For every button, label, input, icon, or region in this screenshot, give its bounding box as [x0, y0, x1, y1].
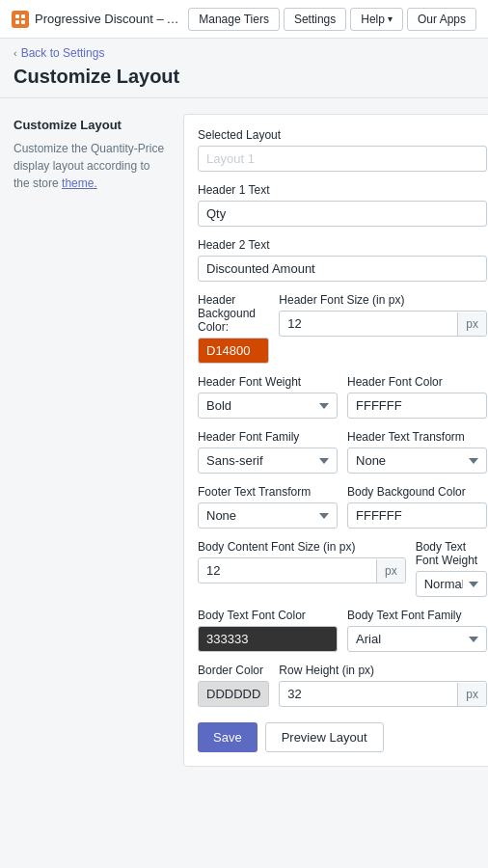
- main-layout: Customize Layout Customize the Quantity-…: [0, 114, 488, 767]
- svg-rect-3: [21, 20, 25, 24]
- header-font-weight-col: Header Font Weight Bold Normal Light: [198, 375, 338, 419]
- app-title: Progressive Discount – A Tiered Discount…: [35, 12, 182, 26]
- border-color-input[interactable]: DDDDDD: [198, 681, 269, 707]
- header-font-size-label: Header Font Size (in px): [279, 293, 487, 307]
- svg-rect-0: [15, 14, 19, 18]
- svg-rect-1: [21, 14, 25, 18]
- preview-layout-button[interactable]: Preview Layout: [265, 722, 384, 752]
- row-height-wrap: px: [279, 681, 487, 707]
- row-height-label: Row Height (in px): [279, 664, 487, 677]
- border-color-col: Border Color DDDDDD: [198, 664, 269, 707]
- body-fontcolor-fontfamily-row: Body Text Font Color 333333 Body Text Fo…: [198, 609, 487, 652]
- header-font-color-label: Header Font Color: [347, 375, 487, 389]
- help-button[interactable]: Help ▾: [350, 8, 403, 31]
- body-text-color-col: Body Text Font Color 333333: [198, 609, 338, 652]
- header1-input[interactable]: [198, 201, 487, 227]
- header-font-family-label: Header Font Family: [198, 430, 338, 444]
- sidebar: Customize Layout Customize the Quantity-…: [14, 114, 168, 767]
- header-font-size-col: Header Font Size (in px) px: [279, 293, 487, 364]
- header2-label: Header 2 Text: [198, 238, 487, 252]
- header-bg-color-col: Header Backgound Color: D14800: [198, 293, 269, 364]
- header2-group: Header 2 Text: [198, 238, 487, 282]
- header-font-family-select[interactable]: Sans-serif Arial Georgia: [198, 448, 338, 474]
- header-text-transform-label: Header Text Transform: [347, 430, 487, 444]
- selected-layout-group: Selected Layout: [198, 128, 487, 172]
- breadcrumb-arrow: ‹: [14, 47, 17, 59]
- row-height-unit: px: [457, 683, 486, 706]
- body-text-family-label: Body Text Font Family: [347, 609, 487, 622]
- row-height-col: Row Height (in px) px: [279, 664, 487, 707]
- footer-text-transform-select[interactable]: None Uppercase Lowercase: [198, 502, 338, 529]
- header-fontfamily-texttransform-row: Header Font Family Sans-serif Arial Geor…: [198, 430, 487, 474]
- body-text-family-select[interactable]: Arial Sans-serif Georgia: [347, 626, 487, 652]
- header-font-color-input[interactable]: [347, 393, 487, 419]
- header-bg-fontsize-row: Header Backgound Color: D14800 Header Fo…: [198, 293, 487, 364]
- header-bg-color-label: Header Backgound Color:: [198, 293, 269, 334]
- header1-label: Header 1 Text: [198, 183, 487, 197]
- selected-layout-label: Selected Layout: [198, 128, 487, 142]
- body-text-color-label: Body Text Font Color: [198, 609, 338, 622]
- sidebar-heading: Customize Layout: [14, 118, 168, 132]
- body-font-size-wrap: px: [198, 557, 406, 583]
- row-height-input[interactable]: [280, 682, 457, 706]
- breadcrumb-link[interactable]: Back to Settings: [21, 46, 105, 60]
- body-bg-color-input[interactable]: [347, 502, 487, 529]
- page-title: Customize Layout: [0, 64, 488, 97]
- nav-buttons: Manage Tiers Settings Help ▾ Our Apps: [188, 8, 476, 31]
- border-color-label: Border Color: [198, 664, 269, 677]
- body-font-size-unit: px: [376, 559, 405, 583]
- header2-input[interactable]: [198, 256, 487, 282]
- our-apps-button[interactable]: Our Apps: [407, 8, 476, 31]
- form-card: Selected Layout Header 1 Text Header 2 T…: [183, 114, 488, 767]
- body-font-weight-label: Body Text Font Weight: [416, 540, 487, 567]
- header-font-size-wrap: px: [279, 311, 487, 337]
- page-divider: [0, 97, 488, 98]
- breadcrumb: ‹ Back to Settings: [0, 39, 488, 64]
- svg-rect-2: [15, 20, 19, 24]
- sidebar-description: Customize the Quantity-Price display lay…: [14, 140, 168, 192]
- footer-text-transform-col: Footer Text Transform None Uppercase Low…: [198, 485, 338, 529]
- sidebar-theme-link[interactable]: theme.: [62, 176, 97, 190]
- header-font-color-col: Header Font Color: [347, 375, 487, 419]
- footer-text-transform-label: Footer Text Transform: [198, 485, 338, 499]
- header-bg-color-input[interactable]: D14800: [198, 338, 269, 364]
- header-text-transform-col: Header Text Transform None Uppercase Low…: [347, 430, 487, 474]
- header-fontweight-fontcolor-row: Header Font Weight Bold Normal Light Hea…: [198, 375, 487, 419]
- body-text-family-col: Body Text Font Family Arial Sans-serif G…: [347, 609, 487, 652]
- header-text-transform-select[interactable]: None Uppercase Lowercase Capitalize: [347, 448, 487, 474]
- header-font-size-input[interactable]: [280, 312, 457, 336]
- header1-group: Header 1 Text: [198, 183, 487, 227]
- body-font-size-input[interactable]: [199, 558, 376, 583]
- body-font-size-col: Body Content Font Size (in px) px: [198, 540, 406, 597]
- header-font-family-col: Header Font Family Sans-serif Arial Geor…: [198, 430, 338, 474]
- body-bg-color-label: Body Backgound Color: [347, 485, 487, 499]
- body-bg-color-col: Body Backgound Color: [347, 485, 487, 529]
- body-fontsize-fontweight-row: Body Content Font Size (in px) px Body T…: [198, 540, 487, 597]
- form-actions: Save Preview Layout: [198, 722, 487, 752]
- body-font-size-label: Body Content Font Size (in px): [198, 540, 406, 554]
- footer-transform-body-bg-row: Footer Text Transform None Uppercase Low…: [198, 485, 487, 529]
- settings-button[interactable]: Settings: [284, 8, 346, 31]
- manage-tiers-button[interactable]: Manage Tiers: [188, 8, 280, 31]
- header-font-weight-select[interactable]: Bold Normal Light: [198, 393, 338, 419]
- save-button[interactable]: Save: [198, 722, 258, 752]
- body-font-weight-col: Body Text Font Weight Normal Bold Light: [416, 540, 487, 597]
- header-font-size-unit: px: [457, 312, 486, 336]
- border-color-row-height-row: Border Color DDDDDD Row Height (in px) p…: [198, 664, 487, 707]
- body-font-weight-select[interactable]: Normal Bold Light: [416, 571, 487, 597]
- app-logo: [12, 11, 29, 28]
- header-font-weight-label: Header Font Weight: [198, 375, 338, 389]
- body-text-color-input[interactable]: 333333: [198, 626, 338, 652]
- selected-layout-input[interactable]: [198, 146, 487, 172]
- top-nav: Progressive Discount – A Tiered Discount…: [0, 0, 488, 39]
